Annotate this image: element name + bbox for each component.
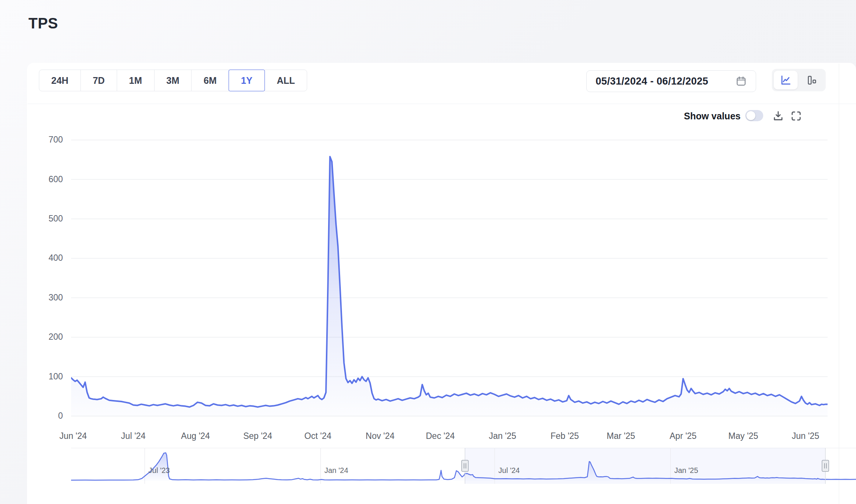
series-line [71,157,828,407]
minimap-tick-label: Jan '24 [324,466,348,475]
gridlines [71,140,828,416]
range-button-3m[interactable]: 3M [154,70,192,91]
line-chart-icon [780,74,791,86]
chart-type-toggle-group [772,69,826,91]
calendar-icon [736,76,747,87]
x-tick-label: Apr '25 [670,431,697,441]
y-tick-label: 500 [37,214,63,224]
x-tick-label: Jun '24 [59,431,87,441]
tps-area-chart [71,138,828,419]
y-tick-label: 300 [37,293,63,303]
y-tick-label: 0 [37,411,63,421]
x-tick-label: Jul '24 [121,431,146,441]
range-button-6m[interactable]: 6M [191,70,229,91]
area-fill [71,157,828,416]
x-tick-label: Dec '24 [426,431,455,441]
download-icon[interactable] [772,110,784,122]
controls-divider [28,104,856,104]
range-button-1y[interactable]: 1Y [229,70,265,91]
fullscreen-icon[interactable] [790,110,802,122]
x-tick-label: May '25 [728,431,758,441]
x-tick-label: Jun '25 [792,431,819,441]
y-tick-label: 100 [37,372,63,382]
bar-chart-type-button[interactable] [800,71,824,89]
minimap-tick-label: Jul '23 [149,466,170,475]
date-range-picker[interactable]: 05/31/2024 - 06/12/2025 [586,70,756,92]
x-tick-label: Feb '25 [550,431,579,441]
range-button-all[interactable]: ALL [265,70,308,91]
x-tick-label: Nov '24 [366,431,394,441]
x-tick-label: Aug '24 [181,431,210,441]
x-tick-label: Mar '25 [607,431,635,441]
range-button-1m[interactable]: 1M [117,70,155,91]
range-button-7d[interactable]: 7D [80,70,117,91]
minimap-tick-label: Jan '25 [674,466,698,475]
y-tick-label: 200 [37,332,63,342]
x-tick-label: Oct '24 [305,431,331,441]
line-chart-type-button[interactable] [774,71,798,89]
x-tick-label: Jan '25 [489,431,516,441]
bar-chart-icon [806,74,817,86]
page-title: TPS [28,15,58,32]
y-tick-label: 700 [37,135,63,145]
time-range-button-group: 24H7D1M3M6M1YALL [39,70,307,91]
vertical-divider [839,64,839,504]
show-values-label: Show values [684,111,740,122]
brush-handle-right[interactable] [822,460,829,471]
minimap-tick-label: Jul '24 [498,466,520,475]
toggle-knob [746,111,755,120]
show-values-toggle[interactable] [745,110,763,121]
timeline-minimap[interactable] [71,448,856,484]
brush-handle-left[interactable] [462,460,468,471]
range-button-24h[interactable]: 24H [39,70,81,91]
y-tick-label: 400 [37,253,63,263]
x-tick-label: Sep '24 [243,431,272,441]
y-tick-label: 600 [37,174,63,184]
date-range-value: 05/31/2024 - 06/12/2025 [596,76,708,87]
